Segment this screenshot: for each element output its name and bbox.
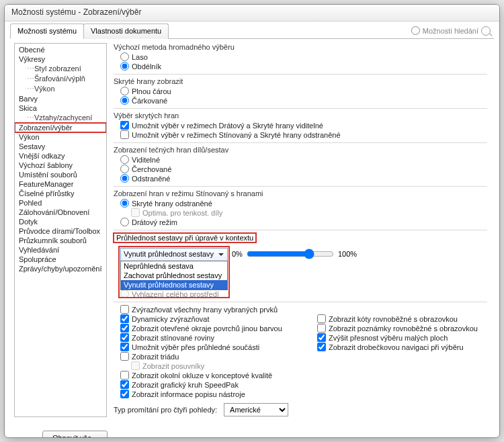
check-dynamic-hl[interactable]	[120, 314, 129, 323]
radio-visible[interactable]	[120, 155, 129, 164]
topbar: Možnosti systému Vlastnosti dokumentu Mo…	[5, 21, 499, 38]
radio-dashed[interactable]	[120, 96, 129, 105]
radio-wireframe[interactable]	[120, 218, 129, 226]
projection-label: Typ promítání pro čtyři pohledy:	[114, 406, 217, 414]
check-triad[interactable]	[120, 352, 129, 361]
transparency-slider[interactable]	[247, 249, 334, 259]
nav-item-0[interactable]: Obecné	[15, 45, 106, 54]
check-small-faces[interactable]	[317, 333, 326, 342]
nav-item-20[interactable]: Průzkumník souborů	[15, 236, 106, 245]
content-area: Výchozí metoda hromadného výběru Laso Ob…	[110, 39, 494, 421]
check-thin-optim	[131, 208, 140, 217]
tab-system-options[interactable]: Možnosti systému	[10, 24, 84, 39]
check-speedpak[interactable]	[120, 380, 129, 389]
group-hidden-edges: Skryté hrany zobrazit	[114, 77, 487, 87]
group-tangent-edges: Zobrazení tečných hran dílů/sestav	[114, 146, 487, 155]
check-wireframe-select[interactable]	[120, 121, 129, 130]
nav-item-22[interactable]: Spolupráce	[15, 255, 106, 264]
radio-aa-full	[120, 290, 129, 298]
slider-100: 100%	[338, 250, 357, 258]
transparency-combo[interactable]: Vynutit průhlednost sestavy	[120, 248, 228, 261]
gear-icon	[411, 26, 420, 35]
check-breadcrumb[interactable]	[317, 343, 326, 351]
check-notes-screen[interactable]	[317, 324, 326, 333]
tab-document-properties[interactable]: Vlastnosti dokumentu	[83, 24, 169, 39]
group-transparency-title: Průhlednost sestavy při úpravě v kontext…	[114, 233, 256, 242]
nav-item-7[interactable]: Vztahy/zachycení	[15, 113, 106, 123]
check-shaded-planes[interactable]	[120, 333, 129, 342]
nav-item-17[interactable]: Zálohování/Obnovení	[15, 208, 106, 217]
check-scrollbars	[131, 361, 140, 370]
nav-item-19[interactable]: Průvodce dírami/Toolbox	[15, 226, 106, 236]
nav-item-21[interactable]: Vyhledávání	[15, 245, 106, 255]
radio-lasso[interactable]	[120, 52, 129, 61]
check-ao-draft[interactable]	[120, 371, 129, 380]
nav-item-11[interactable]: Vnější odkazy	[15, 151, 106, 161]
window-title: Možnosti systému - Zobrazení/výběr	[11, 7, 141, 17]
nav-item-10[interactable]: Sestavy	[15, 142, 106, 151]
nav-item-1[interactable]: Výkresy	[15, 54, 106, 64]
refresh-all-button[interactable]: Obnovit vše...	[42, 431, 108, 438]
nav-item-2[interactable]: Styl zobrazení	[15, 64, 106, 74]
panel-wrap: ObecnéVýkresyStyl zobrazeníŠrafování/výp…	[10, 38, 494, 421]
nav-item-12[interactable]: Výchozí šablony	[15, 161, 106, 170]
nav-item-18[interactable]: Dotyk	[15, 217, 106, 226]
titlebar: Možnosti systému - Zobrazení/výběr	[5, 5, 499, 21]
nav-item-8[interactable]: Zobrazení/výběr	[15, 123, 106, 132]
tab-strip: Možnosti systému Vlastnosti dokumentu	[10, 23, 168, 38]
search-icon	[481, 26, 491, 36]
projection-select[interactable]: Americké	[224, 403, 288, 416]
nav-item-23[interactable]: Zprávy/chyby/upozornění	[15, 264, 106, 273]
nav-item-3[interactable]: Šrafování/výplň	[15, 74, 106, 84]
dd-keep[interactable]: Zachovat průhlednost sestavy	[121, 271, 227, 280]
radio-removed[interactable]	[120, 174, 129, 183]
radio-phantom[interactable]	[120, 165, 129, 173]
nav-tree[interactable]: ObecnéVýkresyStyl zobrazeníŠrafování/výp…	[14, 43, 107, 417]
search-placeholder: Možnosti hledání	[423, 27, 478, 35]
dd-opaque[interactable]: Neprůhledná sestava	[121, 261, 227, 271]
radio-rectangle[interactable]	[120, 62, 129, 71]
radio-hlr[interactable]	[120, 199, 129, 208]
check-dim-screen[interactable]	[317, 314, 326, 323]
check-tooltip-info[interactable]	[120, 390, 129, 398]
slider-0: 0%	[232, 250, 243, 258]
dialog-window: Možnosti systému - Zobrazení/výběr Možno…	[4, 4, 500, 438]
group-shaded-edges: Zobrazení hran v režimu Stínovaný s hran…	[114, 189, 487, 199]
nav-item-13[interactable]: Umístění souborů	[15, 170, 106, 179]
check-highlight-edges[interactable]	[120, 305, 129, 314]
nav-item-14[interactable]: FeatureManager	[15, 179, 106, 189]
footer-left: Obnovit vše...	[5, 427, 499, 438]
transparency-dropdown[interactable]: Neprůhledná sestava Zachovat průhlednost…	[120, 261, 228, 290]
group-bulk-select: Výchozí metoda hromadného výběru	[114, 43, 487, 52]
radio-solid[interactable]	[120, 87, 129, 95]
check-shaded-select[interactable]	[120, 130, 129, 139]
check-open-edges[interactable]	[120, 324, 129, 333]
nav-item-4[interactable]: Výkon	[15, 84, 106, 94]
nav-item-5[interactable]: Barvy	[15, 94, 106, 103]
check-transparent-sel[interactable]	[120, 343, 129, 351]
nav-item-15[interactable]: Číselné přírůstky	[15, 189, 106, 198]
nav-item-9[interactable]: Výkon	[15, 132, 106, 142]
dd-force[interactable]: Vynutit průhlednost sestavy	[121, 280, 227, 290]
nav-item-16[interactable]: Pohled	[15, 198, 106, 208]
nav-item-6[interactable]: Skica	[15, 103, 106, 113]
transparency-combo-wrap: Vynutit průhlednost sestavy Neprůhledná …	[120, 248, 228, 261]
group-hidden-select: Výběr skrytých hran	[114, 112, 487, 121]
search-box[interactable]: Možnosti hledání	[408, 24, 494, 38]
